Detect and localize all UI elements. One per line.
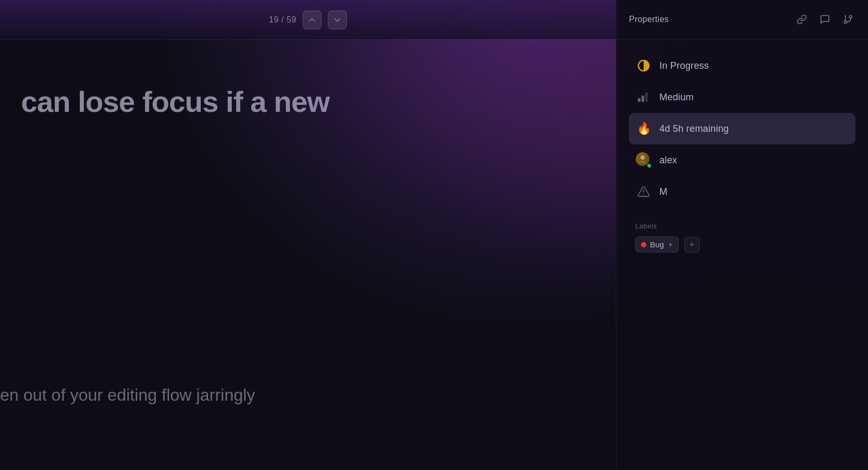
status-property-row[interactable]: In Progress — [629, 50, 855, 81]
chevron-down-icon — [332, 15, 343, 25]
panel-action-icons — [794, 12, 855, 27]
priority-icon — [635, 89, 652, 106]
labels-header: Labels — [629, 222, 855, 230]
labels-row: Bug ▾ + — [629, 236, 855, 253]
priority-property-row[interactable]: Medium — [629, 81, 855, 113]
prev-button[interactable] — [303, 11, 322, 29]
bottom-text-area: en out of your editing flow jarringly — [0, 383, 616, 407]
svg-point-4 — [640, 155, 645, 160]
properties-title: Properties — [629, 15, 669, 24]
panel-header: Properties — [616, 0, 868, 39]
bug-label-dot — [641, 242, 646, 247]
bar-1 — [638, 98, 640, 102]
bug-label-tag[interactable]: Bug ▾ — [635, 236, 679, 253]
left-content-panel: 19 / 59 can lose focus if a new en out o… — [0, 0, 616, 470]
assignee-icon — [635, 152, 652, 169]
bar-3 — [645, 92, 648, 102]
bar-2 — [642, 96, 644, 102]
assignee-property-row[interactable]: alex — [629, 144, 855, 176]
labels-section: Labels Bug ▾ + — [616, 218, 868, 261]
priority-value: Medium — [659, 92, 694, 103]
chevron-up-icon — [307, 15, 317, 25]
size-property-row[interactable]: M — [629, 176, 855, 207]
navigation-bar: 19 / 59 — [0, 0, 616, 39]
warning-triangle-icon — [637, 185, 650, 198]
bottom-text: en out of your editing flow jarringly — [0, 383, 616, 407]
status-icon — [635, 57, 652, 74]
status-value: In Progress — [659, 60, 709, 71]
fire-icon: 🔥 — [635, 120, 652, 137]
chat-icon[interactable] — [818, 12, 832, 27]
size-icon — [635, 183, 652, 200]
online-status-dot — [647, 163, 652, 168]
link-icon[interactable] — [794, 12, 809, 27]
bug-label-text: Bug — [650, 240, 664, 249]
branch-icon[interactable] — [841, 12, 855, 27]
main-heading: can lose focus if a new — [21, 84, 595, 119]
add-label-button[interactable]: + — [684, 237, 700, 253]
size-value: M — [659, 186, 667, 197]
fire-emoji: 🔥 — [637, 122, 651, 135]
panel-content: In Progress Medium — [616, 39, 868, 470]
main-text-area: can lose focus if a new — [0, 84, 616, 119]
avatar-container — [636, 152, 652, 168]
label-chevron-icon: ▾ — [669, 241, 672, 248]
due-date-property-row[interactable]: 🔥 4d 5h remaining — [629, 113, 855, 144]
next-button[interactable] — [328, 11, 347, 29]
properties-panel: Properties — [616, 0, 868, 470]
properties-list: In Progress Medium — [616, 39, 868, 218]
page-counter: 19 / 59 — [269, 15, 296, 25]
due-date-value: 4d 5h remaining — [659, 123, 729, 134]
header-divider — [0, 39, 616, 40]
priority-bars-icon — [638, 92, 649, 102]
assignee-value: alex — [659, 155, 677, 166]
